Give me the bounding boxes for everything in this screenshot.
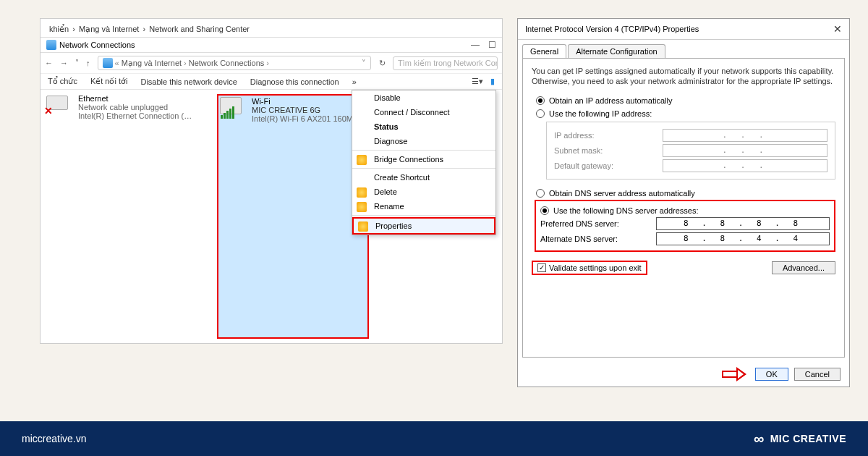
adapter-device: Intel(R) Wi-Fi 6 AX201 160MHz — [252, 114, 362, 123]
dialog-title: Internet Protocol Version 4 (TCP/IPv4) P… — [525, 25, 833, 33]
dialog-buttons: OK Cancel — [518, 362, 849, 387]
details-pane-icon[interactable]: ▮ — [490, 77, 495, 86]
disable-device-button[interactable]: Disable this network device — [140, 77, 237, 86]
gateway-label: Default gateway: — [554, 161, 663, 170]
up-button[interactable]: ˅ — [75, 59, 79, 67]
tab-general[interactable]: General — [522, 44, 566, 58]
validate-checkbox[interactable]: ✓ Validate settings upon exit — [532, 261, 647, 275]
tabs: General Alternate Configuration — [518, 40, 849, 58]
connect-to-button[interactable]: Kết nối tới — [90, 77, 128, 86]
menu-bridge[interactable]: Bridge Connections — [352, 152, 495, 166]
window-titlebar: Network Connections — ☐ — [41, 37, 502, 53]
subnet-mask-input: . . . — [663, 144, 827, 157]
crumb[interactable]: khiển — [49, 25, 69, 33]
advanced-button[interactable]: Advanced... — [772, 261, 835, 274]
footer-bar: miccreative.vn ∞ MIC CREATIVE — [0, 421, 868, 456]
address-bar: ← → ˅ ↑ « Mạng và Internet › Network Con… — [41, 53, 502, 74]
footer-brand: MIC CREATIVE — [770, 433, 846, 444]
preferred-dns-input[interactable]: 8 . 8 . 8 . 8 — [656, 217, 830, 230]
radio-ip-manual[interactable]: Use the following IP address: — [536, 109, 835, 118]
network-icon — [103, 58, 113, 68]
alternate-dns-label: Alternate DNS server: — [540, 235, 656, 243]
maximize-button[interactable]: ☐ — [488, 40, 496, 50]
menu-delete[interactable]: Delete — [352, 185, 495, 199]
tab-body: You can get IP settings assigned automat… — [522, 58, 845, 358]
tab-alternate[interactable]: Alternate Configuration — [568, 44, 665, 58]
organize-button[interactable]: Tổ chức — [48, 77, 77, 86]
ip-address-input: . . . — [663, 129, 827, 142]
wifi-icon — [220, 97, 247, 117]
alternate-dns-input[interactable]: 8 . 8 . 4 . 4 — [656, 232, 830, 245]
footer-site: miccreative.vn — [22, 433, 86, 444]
menu-status[interactable]: Status — [352, 119, 495, 134]
menu-shortcut[interactable]: Create Shortcut — [352, 170, 495, 185]
minimize-button[interactable]: — — [471, 40, 480, 50]
network-connections-window: khiển › Mạng và Internet › Network and S… — [40, 18, 503, 344]
dialog-titlebar: Internet Protocol Version 4 (TCP/IPv4) P… — [518, 19, 849, 40]
radio-dns-manual[interactable]: Use the following DNS server addresses: — [540, 206, 830, 215]
network-icon — [46, 40, 56, 50]
search-input[interactable]: Tìm kiếm trong Network Con — [393, 56, 498, 70]
footer-logo: ∞ MIC CREATIVE — [754, 431, 846, 447]
forward-button[interactable]: → — [60, 59, 68, 67]
ethernet-icon: ✕ — [46, 94, 74, 114]
breadcrumb-box[interactable]: « Mạng và Internet › Network Connections… — [98, 56, 372, 70]
adapter-device: Intel(R) Ethernet Connection (16) I... — [78, 111, 194, 120]
radio-icon — [536, 189, 545, 198]
parent-breadcrumb[interactable]: khiển › Mạng và Internet › Network and S… — [41, 19, 502, 37]
diagnose-button[interactable]: Diagnose this connection — [250, 77, 339, 86]
checkbox-icon: ✓ — [537, 263, 546, 272]
adapter-ethernet[interactable]: ✕ Ethernet Network cable unplugged Intel… — [46, 94, 198, 339]
shield-icon — [357, 155, 367, 165]
infinity-icon: ∞ — [754, 431, 765, 447]
crumb[interactable]: Mạng và Internet — [79, 25, 139, 33]
dns-block: Use the following DNS server addresses: … — [535, 200, 835, 252]
subnet-mask-label: Subnet mask: — [554, 146, 663, 155]
preferred-dns-label: Preferred DNS server: — [540, 219, 656, 228]
more-button[interactable]: » — [352, 77, 357, 86]
radio-dns-auto[interactable]: Obtain DNS server address automatically — [536, 189, 835, 198]
gateway-input: . . . — [663, 159, 827, 172]
radio-ip-auto[interactable]: Obtain an IP address automatically — [536, 96, 835, 105]
cancel-button[interactable]: Cancel — [794, 368, 841, 381]
window-title: Network Connections — [59, 41, 471, 49]
context-menu: Disable Connect / Disconnect Status Diag… — [352, 90, 496, 235]
adapter-name: Wi-Fi — [252, 97, 362, 106]
up-button[interactable]: ↑ — [86, 59, 90, 67]
menu-connect[interactable]: Connect / Disconnect — [352, 105, 495, 119]
ok-button[interactable]: OK — [755, 368, 788, 381]
crumb[interactable]: Mạng và Internet — [122, 59, 182, 68]
adapter-name: Ethernet — [78, 94, 194, 103]
view-icon[interactable]: ☰▾ — [472, 77, 483, 86]
menu-diagnose[interactable]: Diagnose — [352, 134, 495, 148]
arrow-annotation — [722, 368, 746, 381]
shield-icon — [357, 187, 367, 198]
radio-icon — [536, 96, 545, 105]
menu-properties[interactable]: Properties — [352, 217, 495, 235]
adapter-ssid: MIC CREATIVE 6G — [252, 106, 362, 114]
shield-icon — [357, 202, 367, 212]
adapter-wifi[interactable]: Wi-Fi MIC CREATIVE 6G Intel(R) Wi-Fi 6 A… — [217, 94, 369, 339]
toolbar: Tổ chức Kết nối tới Disable this network… — [41, 74, 502, 90]
shield-icon — [358, 221, 368, 232]
back-button[interactable]: ← — [45, 59, 53, 67]
radio-icon — [540, 206, 549, 215]
radio-icon — [536, 109, 545, 118]
ipv4-properties-dialog: Internet Protocol Version 4 (TCP/IPv4) P… — [517, 18, 850, 387]
description-text: You can get IP settings assigned automat… — [532, 66, 835, 87]
adapter-status: Network cable unplugged — [78, 103, 194, 111]
ip-address-label: IP address: — [554, 131, 663, 140]
menu-disable[interactable]: Disable — [352, 90, 495, 105]
crumb[interactable]: Network and Sharing Center — [149, 25, 250, 33]
crumb[interactable]: Network Connections — [189, 59, 265, 67]
dropdown-icon[interactable]: ˅ — [362, 59, 366, 68]
close-button[interactable]: ✕ — [833, 23, 842, 35]
menu-rename[interactable]: Rename — [352, 199, 495, 214]
adapters-area: ✕ Ethernet Network cable unplugged Intel… — [41, 90, 502, 343]
ip-fields: IP address:. . . Subnet mask:. . . Defau… — [546, 122, 835, 180]
refresh-button[interactable]: ↻ — [374, 59, 390, 68]
